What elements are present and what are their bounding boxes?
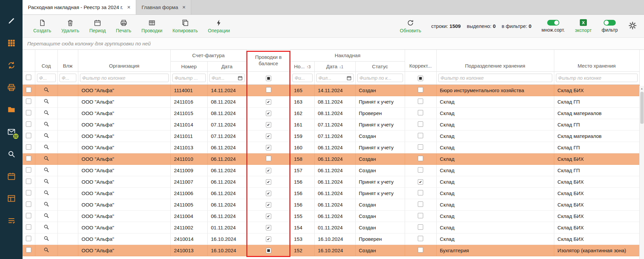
balance-checkbox[interactable]: ✔ xyxy=(266,225,271,230)
correction-checkbox[interactable] xyxy=(418,167,423,173)
search-icon[interactable] xyxy=(7,149,16,159)
refresh-button[interactable]: Обновить xyxy=(400,19,421,33)
correction-checkbox[interactable] xyxy=(418,213,423,218)
balance-checkbox[interactable]: ✔ xyxy=(266,134,271,139)
filter-toggle[interactable]: фильтр xyxy=(602,20,618,33)
tab-registry-2024[interactable]: Расходная накладная - Реестр за 2024 г. … xyxy=(23,0,136,14)
row-select-checkbox[interactable] xyxy=(26,133,31,138)
row-select-checkbox[interactable] xyxy=(26,87,31,92)
row-select-checkbox[interactable] xyxy=(26,190,31,195)
col-header-balance-postings[interactable]: Проводки в балансе xyxy=(246,50,290,71)
postings-button[interactable]: Проводки xyxy=(142,19,163,33)
printer-icon[interactable] xyxy=(7,83,16,92)
row-select-checkbox[interactable] xyxy=(26,213,31,218)
balance-checkbox[interactable]: ✔ xyxy=(266,214,271,219)
filter-balance-checkbox[interactable] xyxy=(266,76,271,81)
correction-checkbox[interactable] xyxy=(418,121,423,127)
modules-grid-icon[interactable] xyxy=(7,38,16,48)
row-select-checkbox[interactable] xyxy=(26,121,31,127)
filter-division-input[interactable] xyxy=(438,74,552,82)
table-row[interactable]: ООО "Альфа"241100406.11.2024✔15506.11.20… xyxy=(23,210,639,222)
open-record-magnifier-icon[interactable] xyxy=(43,87,49,93)
balance-checkbox[interactable] xyxy=(266,87,271,92)
balance-checkbox[interactable] xyxy=(266,156,271,161)
row-select-checkbox[interactable] xyxy=(26,144,31,150)
correction-checkbox[interactable] xyxy=(418,156,423,161)
table-row[interactable]: ООО "Альфа"241100506.11.2024✔15606.11.20… xyxy=(23,199,639,210)
open-record-magnifier-icon[interactable] xyxy=(43,224,49,230)
col-header-division[interactable]: Подразделение хранения xyxy=(436,50,554,71)
calendar-picker-icon[interactable] xyxy=(347,75,352,80)
sync-icon[interactable] xyxy=(7,61,16,70)
balance-checkbox[interactable]: ✔ xyxy=(266,145,271,150)
balance-checkbox[interactable]: ✔ xyxy=(266,111,271,116)
table-row[interactable]: ООО "Альфа"241101006.11.202415806.11.202… xyxy=(23,153,639,164)
report-table-icon[interactable] xyxy=(7,194,16,203)
select-all-checkbox[interactable] xyxy=(26,75,31,80)
correction-checkbox[interactable] xyxy=(418,190,423,195)
table-row[interactable]: ООО "Альфа"241101608.11.2024✔16308.11.20… xyxy=(23,96,639,107)
open-record-magnifier-icon[interactable] xyxy=(43,155,49,161)
calendar-icon[interactable] xyxy=(7,172,16,181)
open-record-magnifier-icon[interactable] xyxy=(43,121,49,127)
col-header-organization[interactable]: Организация xyxy=(78,50,170,71)
table-row[interactable]: ООО "Альфа"241001316.10.202415216.10.202… xyxy=(23,245,639,256)
table-row[interactable]: ООО "Альфа"241101407.11.2024✔16107.11.20… xyxy=(23,119,639,130)
checklist-icon[interactable] xyxy=(7,216,16,225)
period-button[interactable]: Период xyxy=(89,19,106,33)
row-select-checkbox[interactable] xyxy=(26,236,31,241)
col-header-vlozh[interactable]: Влж xyxy=(57,50,78,71)
correction-checkbox[interactable] xyxy=(418,87,423,92)
filter-status-input[interactable] xyxy=(357,74,403,82)
open-record-magnifier-icon[interactable] xyxy=(43,144,49,150)
correction-checkbox[interactable] xyxy=(418,247,423,253)
mail-icon[interactable]: 32 xyxy=(7,127,16,137)
table-row[interactable]: ООО "Альфа"241101306.11.2024✔16006.11.20… xyxy=(23,142,639,153)
close-icon[interactable]: × xyxy=(182,4,186,10)
print-button[interactable]: Печать xyxy=(116,19,131,33)
col-header-correction[interactable]: Коррект... xyxy=(405,50,436,71)
calendar-picker-icon[interactable] xyxy=(238,75,243,80)
filter-organization-input[interactable] xyxy=(80,74,169,82)
col-header-status[interactable]: Статус xyxy=(355,61,405,71)
col-header-waybill-number[interactable]: Но...↑3 xyxy=(290,61,314,71)
open-record-magnifier-icon[interactable] xyxy=(43,190,49,196)
open-record-magnifier-icon[interactable] xyxy=(43,178,49,184)
scroll-up-arrow[interactable]: ▲ xyxy=(640,86,644,91)
table-row[interactable]: ООО "Альфа"241101508.11.2024✔16208.11.20… xyxy=(23,107,639,119)
col-header-invoice-date[interactable]: Дата xyxy=(207,61,246,71)
row-select-checkbox[interactable] xyxy=(26,167,31,173)
balance-checkbox[interactable]: ✔ xyxy=(266,191,271,196)
correction-checkbox[interactable] xyxy=(418,99,423,104)
correction-checkbox[interactable] xyxy=(418,224,423,230)
table-row[interactable]: ООО "Альфа"241100606.11.2024✔15606.11.20… xyxy=(23,187,639,199)
correction-checkbox[interactable] xyxy=(418,201,423,207)
correction-checkbox[interactable] xyxy=(418,236,423,241)
correction-checkbox[interactable] xyxy=(418,110,423,115)
copy-button[interactable]: Копировать xyxy=(172,19,198,33)
col-header-waybill-date[interactable]: Дата↓1 xyxy=(314,61,355,71)
balance-checkbox[interactable] xyxy=(266,248,271,253)
create-button[interactable]: Создать xyxy=(33,19,51,33)
open-record-magnifier-icon[interactable] xyxy=(43,133,49,139)
operations-button[interactable]: Операции xyxy=(208,19,230,33)
filter-waybill-number-input[interactable] xyxy=(292,74,313,82)
export-excel-button[interactable]: X экспорт xyxy=(575,19,592,33)
delete-button[interactable]: Удалить xyxy=(61,19,79,33)
correction-checkbox[interactable] xyxy=(418,144,423,150)
row-select-checkbox[interactable] xyxy=(26,224,31,230)
correction-checkbox[interactable] xyxy=(418,133,423,138)
filter-invoice-number-input[interactable] xyxy=(172,74,206,82)
balance-checkbox[interactable]: ✔ xyxy=(266,202,271,208)
multisort-toggle[interactable]: множ.сорт. xyxy=(541,20,565,33)
open-record-magnifier-icon[interactable] xyxy=(43,167,49,173)
open-record-magnifier-icon[interactable] xyxy=(43,213,49,219)
correction-checkbox[interactable]: ✔ xyxy=(418,179,423,185)
open-record-magnifier-icon[interactable] xyxy=(43,235,49,242)
filter-sod-input[interactable] xyxy=(37,74,56,82)
col-header-sod[interactable]: Сод xyxy=(35,50,57,71)
table-row[interactable]: ООО "Альфа"241100706.11.2024✔15606.11.20… xyxy=(23,176,639,187)
table-row[interactable]: ООО "Альфа"241001416.10.2024✔15316.10.20… xyxy=(23,233,639,245)
col-header-invoice-number[interactable]: Номер xyxy=(170,61,207,71)
col-header-storage-place[interactable]: Место хранения xyxy=(554,50,639,71)
